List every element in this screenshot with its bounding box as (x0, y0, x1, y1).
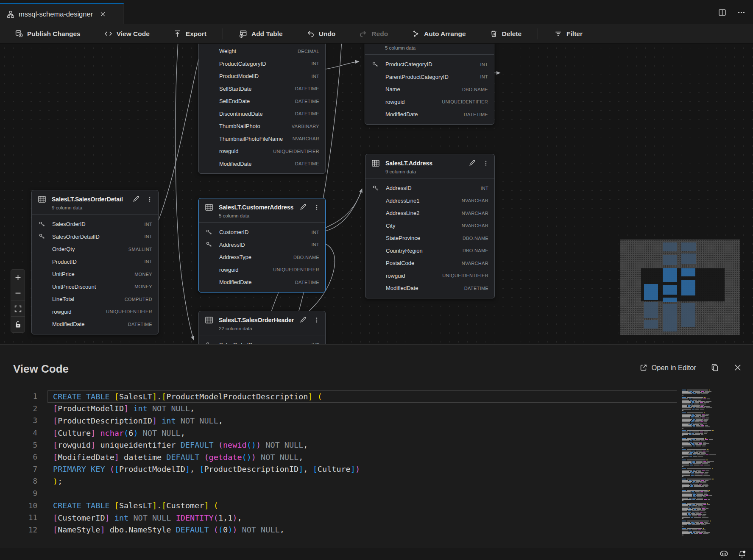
canvas-minimap[interactable] (620, 240, 740, 335)
toolbar-auto-arrange-button[interactable]: Auto Arrange (407, 27, 470, 40)
column-type: VARBINARY (292, 124, 319, 129)
column-row[interactable]: StateProvince DBO.NAME (365, 232, 494, 245)
column-row[interactable]: OrderQty SMALLINT (32, 243, 158, 256)
column-row[interactable]: UnitPrice MONEY (32, 268, 158, 281)
column-row[interactable]: AddressLine1 NVARCHAR (365, 195, 494, 207)
column-row[interactable]: LineTotal COMPUTED (32, 293, 158, 306)
column-row[interactable]: DiscontinuedDate DATETIME (199, 108, 325, 120)
table-node-customer-address[interactable]: SalesLT.CustomerAddress 5 column data Cu… (198, 198, 326, 293)
toolbar-delete-button[interactable]: Delete (485, 27, 526, 40)
code-line-12: 12[NameStyle] dbo.NameStyle DEFAULT ((0)… (0, 524, 677, 536)
primary-key-icon (372, 61, 379, 68)
column-name: UnitPrice (52, 271, 134, 277)
view-code-panel: View Code Open in Editor (0, 344, 753, 560)
toolbar-export-button[interactable]: Export (169, 27, 211, 40)
table-menu-icon[interactable] (313, 204, 320, 211)
table-node-address[interactable]: SalesLT.Address 9 column data AddressID … (365, 154, 495, 298)
column-row[interactable]: SalesOrderDetailID INT (32, 231, 158, 243)
minimap-table-block (644, 284, 658, 300)
column-row[interactable]: ModifiedDate DATETIME (365, 282, 494, 295)
toolbar-add-table-button[interactable]: Add Table (235, 27, 287, 40)
table-title: SalesLT.Address (385, 160, 432, 167)
column-row[interactable]: ProductCategoryID INT (199, 58, 325, 70)
table-node-header: SalesLT.CustomerAddress 5 column data (199, 198, 325, 223)
column-row[interactable]: ProductCategoryID INT (365, 58, 494, 71)
copilot-icon[interactable] (720, 549, 728, 558)
column-row[interactable]: SellEndDate DATETIME (199, 95, 325, 108)
code-line-7: 7PRIMARY KEY ([ProductModelID], [Product… (0, 463, 677, 476)
column-name: Weight (219, 48, 298, 54)
edit-table-icon[interactable] (299, 316, 307, 323)
column-row[interactable]: ModifiedDate DATETIME (199, 158, 325, 170)
column-row[interactable]: Name DBO.NAME (365, 83, 494, 96)
column-type: INT (480, 62, 488, 67)
table-node-product-category[interactable]: 5 column data ProductCategoryID INT Pare… (365, 44, 494, 125)
minimap-table-block (663, 285, 677, 295)
close-panel-icon[interactable] (733, 363, 742, 372)
code-minimap[interactable] (682, 390, 729, 536)
tab-title: mssql-schema-designer (19, 10, 93, 18)
edit-table-icon[interactable] (132, 195, 139, 203)
column-row[interactable]: CountryRegion DBO.NAME (365, 245, 494, 257)
column-row[interactable]: ParentProductCategoryID INT (365, 71, 494, 84)
primary-key-icon (372, 185, 379, 192)
toolbar-filter-button[interactable]: Filter (550, 27, 587, 40)
edit-table-icon[interactable] (469, 159, 476, 167)
column-row[interactable]: SalesOrderID INT (32, 218, 158, 231)
column-row[interactable]: rowguid UNIQUEIDENTIFIER (365, 270, 494, 282)
fit-view-button[interactable] (11, 301, 25, 317)
column-row[interactable]: rowguid UNIQUEIDENTIFIER (199, 145, 325, 158)
tab-mssql-schema-designer[interactable]: mssql-schema-designer (0, 3, 124, 24)
toolbar-undo-button[interactable]: Undo (302, 27, 340, 40)
column-type: MONEY (134, 284, 152, 289)
notifications-icon[interactable] (738, 550, 746, 558)
sql-code-editor[interactable]: 1CREATE TABLE [SalesLT].[ProductModelPro… (0, 390, 677, 546)
column-row[interactable]: ModifiedDate DATETIME (199, 276, 325, 289)
split-editor-icon[interactable] (718, 8, 726, 17)
table-menu-icon[interactable] (482, 160, 489, 167)
column-row[interactable]: AddressID INT (365, 182, 494, 195)
table-node-sales-order-detail[interactable]: SalesLT.SalesOrderDetail 9 column data S… (31, 190, 159, 334)
database-publish-icon (15, 30, 23, 38)
more-actions-icon[interactable] (737, 8, 745, 17)
code-line-1: 1CREATE TABLE [SalesLT].[ProductModelPro… (0, 390, 677, 403)
table-node-sales-order-header[interactable]: SalesLT.SalesOrderHeader 22 column data … (198, 311, 326, 344)
table-menu-icon[interactable] (146, 196, 153, 203)
filter-icon (554, 30, 562, 38)
column-row[interactable]: rowguid UNIQUEIDENTIFIER (199, 264, 325, 276)
column-row[interactable]: ThumbnailPhotoFileName NVARCHAR (199, 133, 325, 145)
edit-table-icon[interactable] (299, 203, 307, 211)
column-row[interactable]: ThumbNailPhoto VARBINARY (199, 120, 325, 133)
column-row[interactable]: AddressLine2 NVARCHAR (365, 207, 494, 220)
column-row[interactable]: PostalCode NVARCHAR (365, 257, 494, 270)
copy-icon[interactable] (711, 363, 719, 372)
column-row[interactable]: ProductID INT (32, 256, 158, 268)
column-row[interactable]: AddressType DBO.NAME (199, 251, 325, 264)
table-node-header: 5 column data (365, 44, 494, 55)
lock-button[interactable] (11, 317, 25, 332)
tab-close-icon[interactable] (99, 10, 107, 18)
column-row[interactable]: AddressID INT (199, 239, 325, 251)
table-menu-icon[interactable] (313, 317, 320, 323)
schema-canvas[interactable]: Weight DECIMAL ProductCategoryID INT Pro… (0, 44, 753, 344)
column-row[interactable]: City NVARCHAR (365, 220, 494, 232)
column-row[interactable]: rowguid UNIQUEIDENTIFIER (32, 306, 158, 318)
column-row[interactable]: ModifiedDate DATETIME (32, 318, 158, 331)
column-row[interactable]: ProductModelID INT (199, 70, 325, 83)
column-row[interactable]: SellStartDate DATETIME (199, 83, 325, 95)
code-scrollbar[interactable] (732, 404, 732, 535)
zoom-out-button[interactable] (11, 285, 25, 301)
toolbar-view-code-button[interactable]: View Code (100, 27, 154, 40)
column-row[interactable]: UnitPriceDiscount MONEY (32, 281, 158, 293)
column-row[interactable]: CustomerID INT (199, 226, 325, 239)
column-row[interactable]: Weight DECIMAL (199, 45, 325, 58)
column-row[interactable]: SalesOrderID INT (199, 339, 325, 344)
column-type: COMPUTED (125, 297, 152, 302)
minimap-table-block (681, 242, 696, 251)
zoom-in-button[interactable] (11, 270, 25, 285)
column-row[interactable]: ModifiedDate DATETIME (365, 108, 494, 121)
table-node-product[interactable]: Weight DECIMAL ProductCategoryID INT Pro… (198, 44, 326, 174)
open-in-editor-button[interactable]: Open in Editor (639, 364, 696, 372)
column-row[interactable]: rowguid UNIQUEIDENTIFIER (365, 96, 494, 109)
toolbar-publish-changes-button[interactable]: Publish Changes (11, 27, 85, 40)
